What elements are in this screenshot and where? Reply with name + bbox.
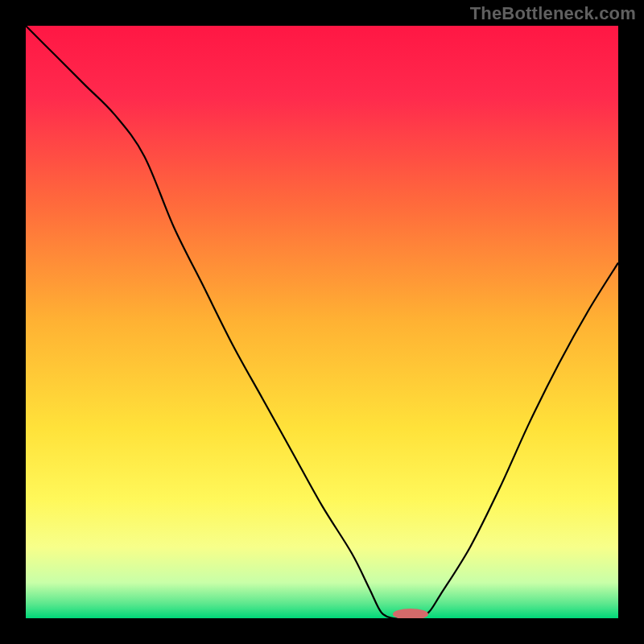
app-frame: TheBottleneck.com — [0, 0, 644, 644]
bottleneck-chart-svg — [26, 26, 618, 618]
plot-area — [26, 26, 618, 618]
watermark-text: TheBottleneck.com — [470, 3, 636, 24]
